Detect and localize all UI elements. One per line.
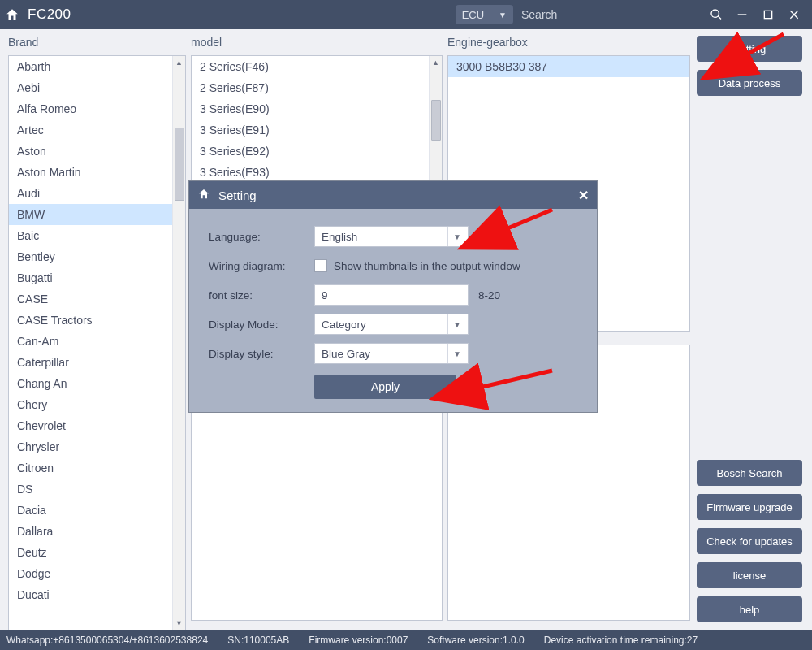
scroll-up-icon[interactable]: ▲ (173, 56, 185, 69)
displaymode-select[interactable]: Category ▼ (314, 314, 469, 335)
list-item[interactable]: Dacia (9, 500, 185, 521)
list-item[interactable]: Dallara (9, 521, 185, 542)
list-item[interactable]: DS (9, 479, 185, 500)
chevron-down-icon: ▼ (447, 344, 461, 363)
status-software: Software version:1.0.0 (427, 635, 524, 646)
scroll-down-icon[interactable]: ▼ (173, 617, 185, 630)
list-item[interactable]: Bentley (9, 246, 185, 267)
wiring-checkbox-label: Show thumbnails in the output window (334, 260, 520, 272)
language-value: English (322, 231, 357, 243)
chevron-down-icon: ▼ (447, 227, 461, 246)
wiring-checkbox[interactable] (314, 259, 327, 272)
list-item[interactable]: 3 Series(E92) (192, 141, 442, 162)
wiring-label: Wiring diagram: (209, 260, 314, 272)
list-item[interactable]: 2 Series(F87) (192, 77, 442, 98)
list-item[interactable]: Chang An (9, 373, 185, 394)
list-item[interactable]: BMW (9, 204, 185, 225)
action-button-help[interactable]: help (697, 596, 802, 622)
list-item[interactable]: 3000 B58B30 387 (448, 56, 689, 77)
displaymode-value: Category (322, 318, 366, 331)
list-item[interactable]: Chevrolet (9, 415, 185, 436)
list-item[interactable]: Citroen (9, 457, 185, 479)
search-button[interactable] (703, 0, 729, 29)
language-label: Language: (209, 231, 314, 243)
action-button-check-for-updates[interactable]: Check for updates (697, 528, 802, 554)
list-item[interactable]: Dodge (9, 563, 185, 584)
apply-button[interactable]: Apply (314, 375, 456, 399)
list-item[interactable]: Caterpillar (9, 352, 185, 373)
action-button-firmware-upgrade[interactable]: Firmware upgrade (697, 494, 802, 520)
svg-rect-1 (764, 11, 771, 18)
list-item[interactable]: Deutz (9, 542, 185, 563)
actions-column: SettingData process Bosch SearchFirmware… (695, 29, 812, 630)
list-item[interactable]: Abarth (9, 56, 185, 77)
list-item[interactable]: Chrysler (9, 436, 185, 457)
displaystyle-label: Display style: (209, 348, 314, 360)
scrollbar[interactable]: ▲ ▼ (172, 56, 185, 630)
list-item[interactable]: Ducati (9, 584, 185, 605)
list-item[interactable]: CASE (9, 288, 185, 310)
brand-column: Brand AbarthAebiAlfa RomeoArtecAstonAsto… (0, 29, 191, 630)
status-sn: SN:110005AB (227, 635, 289, 646)
brand-listbox[interactable]: AbarthAebiAlfa RomeoArtecAstonAston Mart… (8, 55, 186, 630)
fontsize-label: font size: (209, 289, 314, 301)
scroll-thumb[interactable] (431, 100, 441, 141)
list-item[interactable]: Artec (9, 119, 185, 141)
list-item[interactable]: 3 Series(E90) (192, 98, 442, 119)
settings-dialog: Setting ✕ Language: English ▼ Wiring dia… (188, 180, 598, 413)
minimize-button[interactable] (729, 0, 755, 29)
list-item[interactable]: Alfa Romeo (9, 98, 185, 119)
displaymode-label: Display Mode: (209, 318, 314, 331)
scroll-thumb[interactable] (175, 128, 184, 201)
title-bar: FC200 ECU ▼ (0, 0, 812, 29)
brand-label: Brand (8, 36, 186, 49)
list-item[interactable]: Aebi (9, 77, 185, 98)
list-item[interactable]: Chery (9, 394, 185, 415)
displaystyle-select[interactable]: Blue Gray ▼ (314, 343, 469, 364)
displaystyle-value: Blue Gray (322, 348, 370, 360)
list-item[interactable]: Aston Martin (9, 162, 185, 183)
list-item[interactable]: Can-Am (9, 331, 185, 352)
list-item[interactable]: 2 Series(F46) (192, 56, 442, 77)
filter-dropdown[interactable]: ECU ▼ (456, 5, 513, 24)
engine-label: Engine-gearbox (447, 36, 690, 49)
scroll-up-icon[interactable]: ▲ (430, 56, 442, 69)
home-icon[interactable] (5, 7, 19, 22)
list-item[interactable]: CASE Tractors (9, 310, 185, 331)
language-select[interactable]: English ▼ (314, 226, 469, 247)
action-button-bosch-search[interactable]: Bosch Search (697, 460, 802, 486)
status-whatsapp: Whatsapp:+8613500065304/+8613602538824 (6, 635, 208, 646)
list-item[interactable]: Baic (9, 225, 185, 246)
chevron-down-icon: ▼ (447, 314, 461, 334)
list-item[interactable]: Audi (9, 183, 185, 204)
dialog-title: Setting (218, 188, 257, 202)
maximize-button[interactable] (755, 0, 781, 29)
action-button-setting[interactable]: Setting (697, 36, 802, 62)
status-activation: Device activation time remaining:27 (544, 635, 698, 646)
dialog-close-button[interactable]: ✕ (578, 188, 589, 203)
list-item[interactable]: Bugatti (9, 267, 185, 288)
list-item[interactable]: 3 Series(E91) (192, 119, 442, 141)
dialog-title-bar[interactable]: Setting ✕ (189, 181, 597, 209)
close-button[interactable] (781, 0, 807, 29)
action-button-license[interactable]: license (697, 562, 802, 588)
list-item[interactable]: Aston (9, 141, 185, 162)
fontsize-field[interactable] (322, 289, 461, 301)
search-input[interactable] (516, 5, 703, 24)
status-firmware: Firmware version:0007 (309, 635, 408, 646)
model-label: model (191, 36, 443, 49)
chevron-down-icon: ▼ (499, 11, 507, 20)
fontsize-input[interactable] (314, 284, 469, 306)
status-bar: Whatsapp:+8613500065304/+8613602538824 S… (0, 630, 812, 650)
action-button-data-process[interactable]: Data process (697, 70, 802, 96)
app-title: FC200 (28, 6, 71, 23)
fontsize-hint: 8-20 (478, 289, 500, 301)
filter-dropdown-value: ECU (462, 9, 484, 21)
home-icon (197, 188, 210, 203)
svg-rect-0 (738, 14, 747, 15)
dialog-body: Language: English ▼ Wiring diagram: Show… (189, 209, 597, 410)
